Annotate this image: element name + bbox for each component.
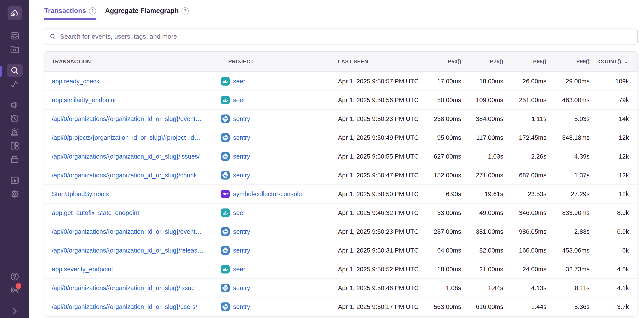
- sidebar-item-alerts[interactable]: [7, 126, 23, 139]
- sidebar-item-replays[interactable]: [7, 112, 23, 125]
- transaction-link[interactable]: /api/0/organizations/{organization_id_or…: [44, 115, 220, 123]
- transaction-link[interactable]: /api/0/organizations/{organization_id_or…: [44, 153, 220, 160]
- count-value: 12k: [590, 172, 638, 179]
- count-value: 6.9k: [590, 228, 638, 235]
- sidebar-item-settings[interactable]: [7, 187, 23, 200]
- transaction-link[interactable]: /api/0/organizations/{organization_id_or…: [44, 247, 220, 254]
- project-cell: seer: [220, 77, 337, 86]
- tab-transactions[interactable]: Transactions?: [44, 6, 96, 20]
- p75-value: 109.00ms: [461, 97, 503, 104]
- column-header-last-seen[interactable]: LAST SEEN: [337, 59, 418, 65]
- transaction-link[interactable]: app.get_autofix_state_endpoint: [44, 209, 220, 216]
- search-bar[interactable]: [44, 29, 638, 45]
- sidebar-item-dashboards[interactable]: [7, 139, 23, 152]
- notification-dot: [16, 283, 21, 289]
- sidebar-nav: [0, 29, 29, 200]
- seer-project-icon: [221, 265, 230, 273]
- count-value: 109k: [590, 78, 638, 85]
- p50-value: 33.00ms: [418, 209, 461, 216]
- column-header-count[interactable]: COUNT(): [590, 59, 638, 65]
- transaction-link[interactable]: /api/0/organizations/{organization_id_or…: [44, 303, 220, 310]
- column-header-p50[interactable]: P50(): [418, 59, 461, 65]
- column-header-label: TRANSACTION: [52, 59, 91, 65]
- project-link[interactable]: seer: [233, 97, 245, 104]
- p95-value: 166.00ms: [503, 247, 546, 254]
- column-header-label: P95(): [533, 59, 546, 65]
- project-link[interactable]: sentry: [233, 247, 250, 254]
- p95-value: 23.53s: [503, 191, 546, 198]
- sidebar-item-issues[interactable]: [7, 29, 23, 42]
- p50-value: 627.00ms: [418, 153, 461, 160]
- p75-value: 117.00ms: [461, 134, 503, 141]
- dashboard-icon: [10, 141, 20, 151]
- transaction-link[interactable]: /api/0/organizations/{organization_id_or…: [44, 228, 220, 235]
- transaction-link[interactable]: StartUploadSymbols: [44, 191, 220, 198]
- project-link[interactable]: symbol-collector-console: [233, 191, 302, 198]
- project-link[interactable]: sentry: [233, 134, 250, 141]
- sidebar-item-explore[interactable]: [7, 43, 23, 56]
- project-link[interactable]: seer: [233, 266, 245, 273]
- help-icon[interactable]: ?: [182, 7, 188, 15]
- sidebar-item-releases[interactable]: [7, 153, 23, 166]
- clock-rewind-icon: [10, 114, 20, 124]
- project-link[interactable]: sentry: [233, 228, 250, 235]
- sentry-logo[interactable]: [8, 6, 22, 20]
- transaction-link[interactable]: app.severity_endpoint: [44, 266, 220, 273]
- sidebar-item-collapse[interactable]: [7, 304, 23, 317]
- p50-value: 17.00ms: [418, 78, 461, 85]
- column-header-p99[interactable]: P99(): [546, 59, 590, 65]
- last-seen-value: Apr 1, 2025 9:50:55 PM UTC: [337, 153, 418, 160]
- p99-value: 453.06ms: [546, 247, 590, 254]
- sidebar: [0, 0, 29, 318]
- transaction-link[interactable]: app.similarity_endpoint: [44, 97, 220, 104]
- transaction-link[interactable]: /api/0/organizations/{organization_id_or…: [44, 172, 220, 179]
- python-project-icon: [221, 227, 230, 236]
- column-header-p75[interactable]: P75(): [461, 59, 503, 65]
- archive-icon: [10, 154, 20, 164]
- transaction-link[interactable]: /api/0/projects/{organization_id_or_slug…: [44, 134, 220, 141]
- count-value: 79k: [590, 97, 638, 104]
- sort-desc-icon: [621, 59, 629, 65]
- table-row: /api/0/organizations/{organization_id_or…: [44, 110, 638, 128]
- p99-value: 5.03s: [546, 115, 590, 123]
- project-link[interactable]: sentry: [233, 172, 250, 179]
- sidebar-item-help[interactable]: [7, 270, 23, 283]
- column-header-project[interactable]: PROJECT: [220, 59, 337, 65]
- sidebar-item-traces[interactable]: [7, 78, 23, 91]
- project-cell: sentry: [220, 246, 337, 255]
- search-input[interactable]: [60, 33, 632, 40]
- column-header-transaction[interactable]: TRANSACTION: [44, 59, 220, 65]
- transaction-link[interactable]: /api/0/organizations/{organization_id_or…: [44, 284, 220, 292]
- project-link[interactable]: seer: [233, 78, 245, 85]
- tab-label: Transactions: [44, 7, 86, 15]
- tab-aggregate-flamegraph[interactable]: Aggregate Flamegraph?: [105, 6, 189, 20]
- p75-value: 82.00ms: [461, 247, 503, 254]
- help-icon[interactable]: ?: [89, 7, 96, 15]
- project-link[interactable]: sentry: [233, 153, 250, 160]
- project-link[interactable]: seer: [233, 209, 245, 216]
- last-seen-value: Apr 1, 2025 9:46:32 PM UTC: [337, 209, 418, 216]
- column-header-p95[interactable]: P95(): [503, 59, 546, 65]
- sidebar-item-feedback[interactable]: [7, 99, 23, 112]
- p99-value: 29.00ms: [546, 78, 590, 85]
- sidebar-item-whats-new[interactable]: [7, 284, 23, 297]
- table-row: app.ready_checkseerApr 1, 2025 9:50:57 P…: [44, 72, 638, 91]
- python-project-icon: [221, 152, 230, 161]
- python-project-icon: [221, 302, 230, 311]
- p50-value: 563.00ms: [418, 303, 461, 310]
- project-cell: .NETsymbol-collector-console: [220, 190, 337, 198]
- p95-value: 251.00ms: [503, 97, 546, 104]
- sidebar-item-search[interactable]: [7, 64, 23, 77]
- last-seen-value: Apr 1, 2025 9:50:23 PM UTC: [337, 115, 418, 123]
- count-value: 14k: [590, 115, 638, 123]
- transaction-link[interactable]: app.ready_check: [44, 78, 220, 85]
- p50-value: 64.00ms: [418, 247, 461, 254]
- active-nav-indicator: [0, 66, 2, 77]
- project-link[interactable]: sentry: [233, 115, 250, 123]
- project-link[interactable]: sentry: [233, 303, 250, 310]
- sidebar-item-stats[interactable]: [7, 174, 23, 187]
- column-header-label: LAST SEEN: [338, 59, 368, 65]
- count-value: 12k: [590, 134, 638, 141]
- project-link[interactable]: sentry: [233, 284, 250, 292]
- search-icon: [50, 33, 56, 40]
